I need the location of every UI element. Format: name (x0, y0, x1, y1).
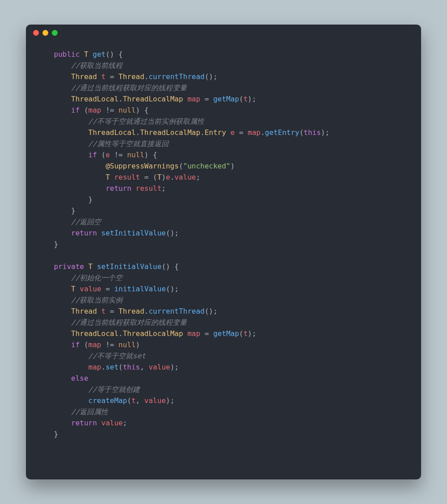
code-line: if (e != null) { (37, 149, 410, 160)
code-token: , (140, 363, 148, 371)
code-token: ) { (136, 106, 149, 114)
code-token: value (80, 285, 101, 293)
code-token (80, 50, 84, 59)
code-token: . (101, 363, 106, 371)
code-line: return setInitialValue(); (37, 227, 410, 239)
code-token: != (101, 340, 119, 349)
code-token: . (136, 128, 140, 137)
code-token: map (89, 106, 101, 114)
code-line: //属性等于空就直接返回 (37, 138, 410, 149)
code-token: value (148, 363, 170, 371)
code-token: T (105, 173, 110, 181)
window-titlebar (26, 25, 421, 41)
code-token: result (136, 184, 162, 193)
code-line: @SuppressWarnings("unchecked") (37, 160, 410, 172)
code-token: currentThread (148, 307, 204, 315)
code-token: getMap (213, 329, 239, 338)
code-line: ThreadLocal.ThreadLocalMap.Entry e = map… (37, 127, 410, 138)
code-token: ThreadLocal (89, 128, 136, 137)
code-token: } (54, 430, 59, 438)
code-token: != (110, 151, 127, 159)
code-line: if (map != null) { (37, 105, 410, 116)
code-token: T (157, 173, 162, 181)
code-token: currentThread (148, 72, 204, 81)
code-line: } (37, 194, 410, 205)
code-line: map.set(this, value); (37, 361, 410, 373)
code-token: t (101, 307, 106, 315)
code-token (183, 329, 188, 338)
code-token: Thread (71, 307, 97, 315)
code-token: = (105, 307, 118, 315)
code-line: return value; (37, 417, 410, 428)
code-token: Entry (205, 128, 226, 137)
code-token: , (136, 396, 144, 405)
code-token: Thread (71, 72, 97, 81)
code-token: setInitialValue (101, 229, 166, 237)
code-token: if (71, 340, 80, 349)
code-line: ThreadLocal.ThreadLocalMap map = getMap(… (37, 328, 410, 339)
code-token: get (93, 50, 105, 59)
code-token: ThreadLocal (71, 95, 118, 103)
code-token: ( (97, 151, 105, 159)
code-token: ThreadLocal (71, 329, 118, 338)
code-token: (); (205, 72, 218, 81)
code-token: e (231, 128, 235, 137)
code-token: setInitialValue (97, 262, 162, 271)
code-token: ) { (144, 151, 157, 159)
code-token: = (235, 128, 248, 137)
code-line: T value = initialValue(); (37, 283, 410, 294)
code-token: return (71, 229, 97, 237)
code-line: //返回空 (37, 216, 410, 227)
code-token: if (89, 151, 97, 159)
code-token: ) (136, 340, 140, 349)
code-token: return (71, 419, 97, 427)
code-token: set (105, 363, 118, 371)
code-line: } (37, 428, 410, 440)
code-line: //不等于空就通过当前实例获取属性 (37, 116, 410, 127)
code-comment: //通过当前线程获取对应的线程变量 (37, 318, 187, 327)
code-token: @SuppressWarnings (105, 162, 179, 170)
code-token: } (71, 206, 76, 215)
code-token: T (89, 262, 93, 271)
code-token: this (123, 363, 140, 371)
code-token (226, 128, 231, 137)
code-comment: //通过当前线程获取对应的线程变量 (37, 84, 187, 92)
code-line: return result; (37, 183, 410, 194)
code-token: = (200, 95, 213, 103)
code-token: getMap (213, 95, 239, 103)
code-token: ) (161, 173, 166, 181)
code-token: "unchecked" (183, 162, 231, 170)
code-token: ThreadLocalMap (123, 329, 183, 338)
code-line: //初始化一个空 (37, 272, 410, 283)
code-token: else (71, 374, 89, 382)
code-line: } (37, 239, 410, 250)
code-token: T (84, 50, 89, 59)
code-token: ( (239, 329, 244, 338)
code-line: //通过当前线程获取对应的线程变量 (37, 317, 410, 328)
code-line: //不等于空就set (37, 350, 410, 361)
code-comment: //获取当前实例 (37, 296, 122, 304)
code-token (183, 95, 188, 103)
code-comment: //等于空就创建 (37, 385, 140, 394)
code-token: getEntry (265, 128, 299, 137)
code-line: } (37, 205, 410, 216)
close-icon[interactable] (33, 30, 39, 36)
code-token (97, 307, 101, 315)
code-token: != (101, 106, 119, 114)
code-token (89, 50, 93, 59)
code-token (97, 419, 101, 427)
code-token: (); (166, 285, 179, 293)
code-token (97, 72, 101, 81)
code-token: t (131, 396, 136, 405)
code-token: ( (299, 128, 304, 137)
code-line: Thread t = Thread.currentThread(); (37, 306, 410, 317)
minimize-icon[interactable] (42, 30, 48, 36)
code-token: map (248, 128, 261, 137)
code-token: null (118, 106, 136, 114)
code-token: null (127, 151, 144, 159)
code-comment: //属性等于空就直接返回 (37, 139, 169, 148)
code-line (37, 250, 410, 261)
maximize-icon[interactable] (52, 30, 58, 36)
code-token: map (187, 329, 200, 338)
code-line: Thread t = Thread.currentThread(); (37, 71, 410, 82)
